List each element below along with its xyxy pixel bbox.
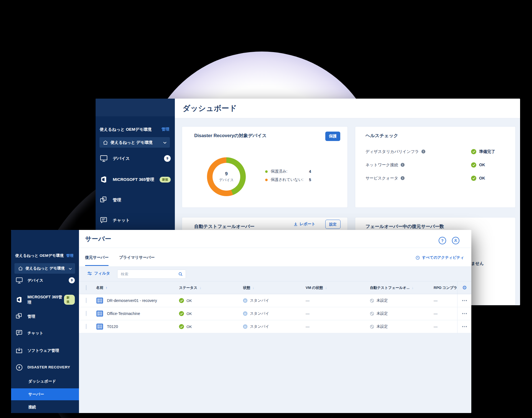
sidebar-subitem-connections[interactable]: 接続 — [11, 402, 79, 412]
tab-primary-servers[interactable]: プライマリサーバー — [119, 248, 155, 266]
health-check-card: ヘルスチェック ディザスタリカバリインフラ i 準備完了 ネットワーク接続 — [355, 126, 516, 208]
status-text: OK — [186, 312, 192, 316]
sidebar-subitem-dashboard[interactable]: ダッシュボード — [11, 377, 79, 386]
health-status: 準備完了 — [471, 149, 495, 154]
health-label: ネットワーク接続 — [365, 162, 398, 168]
sidebar-item-label: DISASTER RECOVERY — [27, 365, 70, 370]
status-text: OK — [186, 299, 192, 303]
info-icon[interactable]: i — [421, 150, 425, 153]
overlapping-squares-icon — [15, 312, 23, 320]
report-link[interactable]: レポート — [294, 222, 315, 227]
help-icon[interactable]: ? — [439, 237, 446, 244]
column-label: 状態 — [243, 285, 250, 290]
new-badge: 新規 — [160, 177, 171, 183]
table-row[interactable]: T0120 OK スタンバイ — 未設定 — [79, 320, 471, 333]
standby-icon — [243, 298, 247, 303]
monitor-icon — [15, 276, 23, 284]
org-manage-link[interactable]: 管理 — [162, 127, 169, 132]
table-header-row: 名前 ↑ ステータス ↓ 状態 ↓ VM の状態 ↓ 自動テストフェールオ... — [79, 281, 471, 294]
tab-recovery-servers[interactable]: 復元サーバー — [85, 248, 109, 266]
org-row: 使えるねっと OEMデモ環境 管理 — [11, 253, 79, 259]
column-label: 名前 — [96, 285, 103, 290]
help-glyph: ? — [441, 239, 444, 243]
column-header-rpo[interactable]: RPO コンプラ — [434, 285, 457, 290]
lightning-circle-icon — [15, 363, 23, 371]
row-actions-button[interactable] — [457, 307, 471, 320]
settings-button[interactable]: 設定 — [325, 220, 341, 229]
health-label: サービスクォータ — [365, 176, 398, 181]
sort-desc-icon: ↓ — [252, 286, 254, 290]
search-icon[interactable] — [178, 272, 183, 276]
sidebar-item-disaster-recovery[interactable]: DISASTER RECOVERY — [11, 362, 79, 373]
search-input[interactable] — [117, 272, 178, 276]
column-header-status[interactable]: ステータス ↓ — [179, 285, 243, 290]
status-text: OK — [186, 325, 192, 329]
autotest-text: 未設定 — [377, 324, 388, 329]
all-activities-link[interactable]: すべてのアクティビティ — [416, 255, 464, 260]
legend-label: 保護されていない: — [271, 177, 309, 182]
protect-button[interactable]: 保護 — [325, 132, 340, 141]
info-icon[interactable]: i — [401, 176, 405, 180]
sidebar-item-label: ソフトウェア管理 — [27, 348, 59, 353]
table-row[interactable]: Office-Testmachine OK スタンバイ — — [79, 307, 471, 320]
row-checkbox[interactable] — [86, 311, 86, 316]
column-header-state[interactable]: 状態 ↓ — [243, 285, 306, 290]
sort-asc-icon: ↑ — [106, 286, 108, 290]
health-status-text: 準備完了 — [479, 149, 495, 154]
workspace-selector[interactable]: 使えるねっと デモ環境 — [99, 137, 170, 148]
search-box — [117, 270, 186, 279]
server-icon — [96, 310, 103, 317]
chevron-down-icon — [163, 140, 167, 145]
gear-icon: ⚙ — [462, 285, 467, 290]
sidebar-item-m365[interactable]: MICROSOFT 365管理 新規 — [11, 293, 79, 307]
account-icon[interactable] — [452, 237, 459, 244]
health-row-quota: サービスクォータ i OK — [365, 175, 509, 181]
column-header-autotest[interactable]: 自動テストフェールオ... ↓ — [370, 285, 434, 290]
monitor-icon — [100, 155, 108, 162]
servers-sidebar: 使えるねっと OEMデモ環境 管理 使えるねっと デモ環境 デバイス 9 — [11, 230, 79, 413]
column-settings-gear[interactable]: ⚙ — [457, 281, 471, 294]
sidebar-item-software[interactable]: ソフトウェア管理 — [11, 345, 79, 356]
row-actions-button[interactable] — [457, 294, 471, 307]
health-status-text: OK — [479, 163, 485, 167]
state-text: スタンバイ — [250, 311, 269, 316]
sidebar-item-management[interactable]: 管理 — [11, 311, 79, 322]
row-checkbox[interactable] — [86, 298, 86, 303]
sidebar-item-chat[interactable]: チャット — [96, 215, 175, 226]
sidebar-subitem-servers[interactable]: サーバー — [11, 388, 79, 400]
select-all-checkbox[interactable] — [86, 285, 86, 290]
subitem-label: サーバー — [28, 392, 44, 397]
filter-button[interactable]: フィルタ — [87, 271, 110, 276]
workspace-label: 使えるねっと デモ環境 — [25, 266, 69, 271]
check-circle-icon — [471, 149, 476, 154]
subitem-label: 接続 — [28, 405, 36, 410]
row-actions-button[interactable] — [457, 320, 471, 333]
info-icon[interactable]: i — [401, 163, 405, 167]
workspace-selector[interactable]: 使えるねっと デモ環境 — [14, 263, 75, 274]
sidebar-item-devices[interactable]: デバイス 9 — [11, 275, 79, 286]
not-set-icon — [370, 299, 374, 303]
sidebar-item-chat[interactable]: チャット — [11, 327, 79, 338]
sidebar-item-m365[interactable]: MICROSOFT 365管理 新規 — [96, 172, 175, 187]
sidebar-item-label: チャット — [27, 330, 43, 336]
column-label: 自動テストフェールオ... — [370, 285, 410, 290]
chevron-down-icon — [69, 266, 72, 271]
status-ok-icon — [179, 324, 184, 329]
card-title: 自動テストフェールオーバー — [194, 224, 255, 230]
servers-titlebar: サーバー ? — [79, 230, 471, 248]
column-header-name[interactable]: 名前 ↑ — [96, 285, 179, 290]
servers-toolbar: フィルタ — [79, 267, 471, 281]
server-name: DR-demoserver01 - recovery — [107, 298, 157, 303]
sidebar-item-label: デバイス — [113, 156, 130, 161]
all-activities-label: すべてのアクティビティ — [422, 255, 464, 260]
legend-item-unprotected: 保護されていない: 5 — [265, 177, 311, 183]
column-label: RPO コンプラ — [434, 285, 457, 290]
table-row[interactable]: DR-demoserver01 - recovery OK スタンバイ — — [79, 294, 471, 307]
org-manage-link[interactable]: 管理 — [66, 253, 73, 258]
overlapping-squares-icon — [100, 196, 108, 204]
org-name: 使えるねっと OEMデモ環境 — [100, 127, 152, 132]
row-checkbox[interactable] — [86, 324, 86, 329]
column-header-vm-state[interactable]: VM の状態 ↓ — [306, 285, 370, 290]
sidebar-item-management[interactable]: 管理 — [96, 194, 175, 206]
sidebar-item-devices[interactable]: デバイス 9 — [96, 153, 175, 164]
